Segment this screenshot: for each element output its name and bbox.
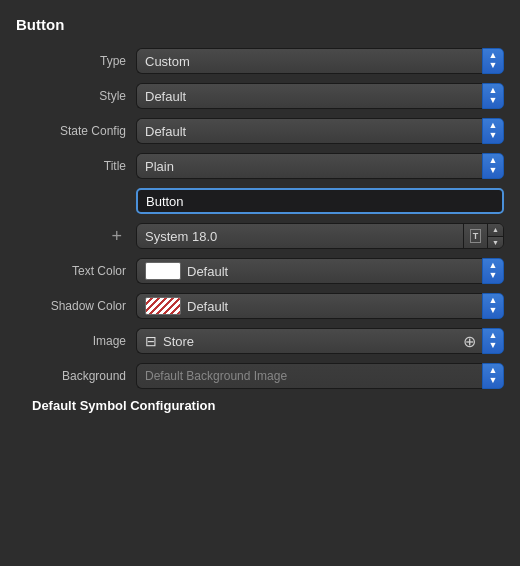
chevron-down-icon: ▼ — [489, 96, 498, 106]
style-label: Style — [16, 89, 126, 103]
type-label: Type — [16, 54, 126, 68]
title-stepper-arrows: ▲ ▼ — [489, 156, 498, 176]
image-select-group: ⊟ Store ⊕ ▲ ▼ — [136, 328, 504, 354]
title-select[interactable]: Plain Attributed — [136, 153, 482, 179]
text-color-display[interactable]: Default — [136, 258, 482, 284]
shadow-color-display[interactable]: Default — [136, 293, 482, 319]
type-select-arrow[interactable]: ▲ ▼ — [482, 48, 504, 74]
image-label: Image — [16, 334, 126, 348]
chevron-down-icon: ▼ — [489, 271, 498, 281]
style-stepper-arrows: ▲ ▼ — [489, 86, 498, 106]
state-config-select[interactable]: Default Highlighted Disabled Selected — [136, 118, 482, 144]
background-select-group: Default Background Image ▲ ▼ — [136, 363, 504, 389]
shadow-swatch-pattern — [146, 298, 180, 314]
chevron-down-icon: ▼ — [489, 131, 498, 141]
chevron-down-icon: ▼ — [489, 61, 498, 71]
button-text-input[interactable] — [136, 188, 504, 214]
background-stepper: ▲ ▼ — [489, 366, 498, 386]
font-row-label: + — [16, 226, 126, 247]
image-add-button[interactable]: ⊕ — [456, 328, 482, 354]
font-row: + System 18.0 T ▲ ▼ — [16, 222, 504, 250]
background-row: Background Default Background Image ▲ ▼ — [16, 362, 504, 390]
shadow-color-select-wrapper: Default ▲ ▼ — [136, 293, 504, 319]
type-stepper-arrows: ▲ ▼ — [489, 51, 498, 71]
shadow-color-arrow[interactable]: ▲ ▼ — [482, 293, 504, 319]
text-color-select-wrapper: Default ▲ ▼ — [136, 258, 504, 284]
image-row: Image ⊟ Store ⊕ ▲ ▼ — [16, 327, 504, 355]
text-color-stepper: ▲ ▼ — [489, 261, 498, 281]
title-control: Plain Attributed ▲ ▼ — [136, 153, 504, 179]
chevron-down-icon: ▼ — [489, 306, 498, 316]
font-stepper: ▲ ▼ — [487, 224, 503, 248]
button-text-row — [16, 187, 504, 215]
style-select[interactable]: Default Plain Gray Tinted Filled — [136, 83, 482, 109]
background-arrow-btn[interactable]: ▲ ▼ — [482, 363, 504, 389]
plus-icon[interactable]: + — [111, 226, 122, 247]
background-display[interactable]: Default Background Image — [136, 363, 482, 389]
text-color-control: Default ▲ ▼ — [136, 258, 504, 284]
state-config-label: State Config — [16, 124, 126, 138]
background-value-text: Default Background Image — [145, 369, 287, 383]
image-display[interactable]: ⊟ Store — [136, 328, 456, 354]
text-color-row: Text Color Default ▲ ▼ — [16, 257, 504, 285]
style-select-wrapper: Default Plain Gray Tinted Filled ▲ ▼ — [136, 83, 504, 109]
chevron-down-icon: ▼ — [489, 166, 498, 176]
background-label: Background — [16, 369, 126, 383]
shadow-color-row: Shadow Color Default ▲ ▼ — [16, 292, 504, 320]
style-control: Default Plain Gray Tinted Filled ▲ ▼ — [136, 83, 504, 109]
font-decrement-btn[interactable]: ▼ — [488, 237, 503, 249]
font-value-text: System 18.0 — [137, 229, 463, 244]
state-config-arrow[interactable]: ▲ ▼ — [482, 118, 504, 144]
text-color-value: Default — [187, 264, 228, 279]
title-row: Title Plain Attributed ▲ ▼ — [16, 152, 504, 180]
image-stepper: ▲ ▼ — [489, 331, 498, 351]
state-config-control: Default Highlighted Disabled Selected ▲ … — [136, 118, 504, 144]
title-select-arrow[interactable]: ▲ ▼ — [482, 153, 504, 179]
style-row: Style Default Plain Gray Tinted Filled ▲… — [16, 82, 504, 110]
shadow-color-swatch — [145, 297, 181, 315]
font-type-icon[interactable]: T — [463, 224, 487, 248]
font-increment-btn[interactable]: ▲ — [488, 224, 503, 237]
font-display: System 18.0 T ▲ ▼ — [136, 223, 504, 249]
shadow-color-value: Default — [187, 299, 228, 314]
bottom-section-label: Default Symbol Configuration — [32, 398, 504, 413]
button-text-control — [136, 188, 504, 214]
background-control: Default Background Image ▲ ▼ — [136, 363, 504, 389]
circle-plus-icon: ⊕ — [463, 332, 476, 351]
type-select[interactable]: Custom System Detail Disclosure Info Lig… — [136, 48, 482, 74]
text-color-label: Text Color — [16, 264, 126, 278]
type-select-wrapper: Custom System Detail Disclosure Info Lig… — [136, 48, 504, 74]
image-control: ⊟ Store ⊕ ▲ ▼ — [136, 328, 504, 354]
text-color-arrow[interactable]: ▲ ▼ — [482, 258, 504, 284]
text-color-swatch — [145, 262, 181, 280]
type-row: Type Custom System Detail Disclosure Inf… — [16, 47, 504, 75]
shadow-color-label: Shadow Color — [16, 299, 126, 313]
image-value-text: Store — [163, 334, 194, 349]
state-config-row: State Config Default Highlighted Disable… — [16, 117, 504, 145]
chevron-down-icon: ▼ — [489, 376, 498, 386]
image-arrow-btn[interactable]: ▲ ▼ — [482, 328, 504, 354]
t-icon: T — [470, 229, 482, 243]
type-control: Custom System Detail Disclosure Info Lig… — [136, 48, 504, 74]
title-label: Title — [16, 159, 126, 173]
font-control: System 18.0 T ▲ ▼ — [136, 223, 504, 249]
panel-title: Button — [16, 16, 504, 33]
chevron-down-icon: ▼ — [489, 341, 498, 351]
state-stepper-arrows: ▲ ▼ — [489, 121, 498, 141]
state-config-select-wrapper: Default Highlighted Disabled Selected ▲ … — [136, 118, 504, 144]
image-type-icon: ⊟ — [145, 333, 157, 349]
shadow-color-control: Default ▲ ▼ — [136, 293, 504, 319]
title-select-wrapper: Plain Attributed ▲ ▼ — [136, 153, 504, 179]
inspector-panel: Button Type Custom System Detail Disclos… — [0, 0, 520, 566]
style-select-arrow[interactable]: ▲ ▼ — [482, 83, 504, 109]
shadow-stepper: ▲ ▼ — [489, 296, 498, 316]
